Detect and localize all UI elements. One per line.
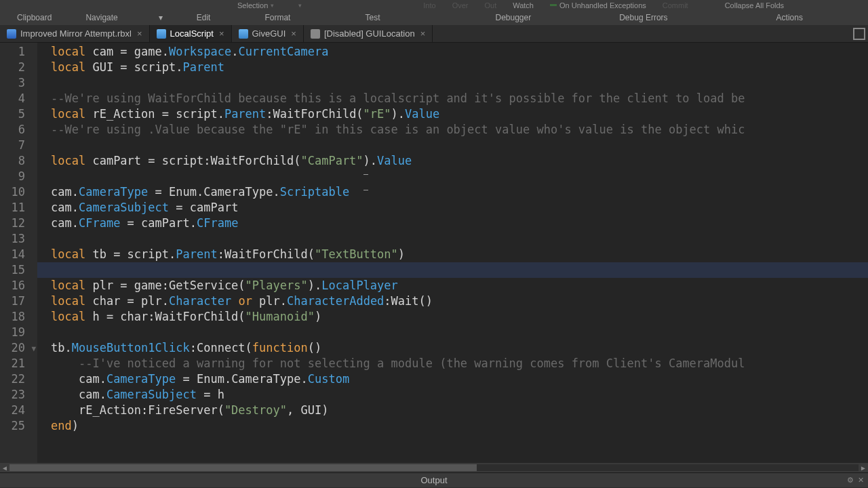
line-number: 9	[0, 169, 37, 184]
line-number: 10	[0, 184, 37, 200]
line-number: 23	[0, 387, 37, 403]
code-line[interactable]	[37, 231, 868, 247]
step-out-button[interactable]: Out	[476, 0, 505, 10]
watch-button[interactable]: Watch	[505, 0, 542, 10]
line-number: 21	[0, 356, 37, 371]
scroll-right-icon[interactable]: ►	[859, 464, 868, 472]
line-number: 18	[0, 309, 37, 325]
close-icon[interactable]: ×	[420, 28, 426, 39]
code-line[interactable]: tb.MouseButton1Click:Connect(function()	[37, 340, 868, 356]
file-icon	[7, 29, 16, 39]
code-line[interactable]: local cam = game.Workspace.CurrentCamera	[37, 44, 868, 60]
close-icon[interactable]: ×	[291, 28, 296, 39]
step-over-button[interactable]: Over	[444, 0, 477, 10]
line-number: 25	[0, 418, 37, 434]
code-line[interactable]: --We're using WaitForChild because this …	[37, 91, 868, 106]
actions-group[interactable]: Actions	[760, 10, 820, 25]
code-editor[interactable]: 1234567891011121314151617181920▼21222324…	[0, 43, 868, 463]
scroll-left-icon[interactable]: ◄	[0, 464, 9, 472]
code-line[interactable]: cam.CameraType = Enum.CameraType.Custom	[37, 371, 868, 387]
code-line[interactable]: local tb = script.Parent:WaitForChild("T…	[37, 247, 868, 262]
horizontal-scrollbar[interactable]: ◄ ►	[0, 463, 868, 472]
debug-errors-group[interactable]: Debug Errors	[602, 10, 684, 25]
code-line[interactable]	[37, 75, 868, 91]
output-panel-header[interactable]: Output ⚙ ✕	[0, 472, 868, 487]
debugger-group[interactable]: Debugger	[478, 10, 548, 25]
line-number: 2	[0, 60, 37, 75]
code-line[interactable]: --I've noticed a warning for not selecti…	[37, 356, 868, 371]
line-number: 3	[0, 75, 37, 91]
line-number: 22	[0, 371, 37, 387]
output-label: Output	[420, 475, 447, 485]
layout-toggle-icon[interactable]	[853, 28, 865, 40]
line-number: 4	[0, 91, 37, 106]
step-into-button[interactable]: Into	[415, 0, 443, 10]
line-number: 5	[0, 106, 37, 122]
line-number: 19	[0, 325, 37, 340]
code-line[interactable]: local rE_Action = script.Parent:WaitForC…	[37, 106, 868, 122]
script-icon	[157, 29, 166, 39]
code-area[interactable]: local cam = game.Workspace.CurrentCamera…	[37, 43, 868, 463]
selection-menu[interactable]: Selection▾	[229, 0, 282, 10]
code-line[interactable]: cam.CameraSubject = camPart	[37, 200, 868, 216]
code-line[interactable]: cam.CameraType = Enum.CameraType.Scripta…	[37, 184, 868, 200]
commit-button[interactable]: Commit	[654, 0, 696, 10]
code-line[interactable]: local char = plr.Character or plr.Charac…	[37, 293, 868, 309]
collapse-folds-button[interactable]: Collapse All Folds	[717, 0, 792, 10]
ribbon-row-1: Selection▾ ▾ Into Over Out Watch On Unha…	[0, 0, 868, 10]
clipboard-group[interactable]: Clipboard	[0, 10, 68, 25]
line-number: 8	[0, 153, 37, 169]
close-icon[interactable]: ×	[137, 28, 142, 39]
ribbon-row-2: Clipboard Navigate ▾ Edit Format Test De…	[0, 10, 868, 25]
gui-icon	[311, 29, 320, 39]
code-line[interactable]: --We're using .Value because the "rE" in…	[37, 122, 868, 138]
code-line[interactable]: cam.CameraSubject = h	[37, 387, 868, 403]
output-settings-icon[interactable]: ⚙	[847, 476, 854, 485]
document-tab-bar: Improved Mirror Attempt.rbxl×LocalScript…	[0, 25, 868, 43]
tab-label: GiveGUI	[252, 28, 286, 39]
document-tab[interactable]: Improved Mirror Attempt.rbxl×	[0, 25, 150, 42]
edit-group[interactable]: Edit	[180, 10, 228, 25]
close-icon[interactable]: ×	[219, 28, 224, 39]
line-number: 6	[0, 122, 37, 138]
code-line[interactable]	[37, 169, 868, 184]
line-number: 11	[0, 200, 37, 216]
code-line[interactable]: local camPart = script:WaitForChild("Cam…	[37, 153, 868, 169]
code-line[interactable]: end)	[37, 418, 868, 434]
line-number: 14	[0, 247, 37, 262]
code-line[interactable]	[37, 325, 868, 340]
document-tab[interactable]: [Disabled] GUILocation×	[304, 25, 433, 42]
code-line[interactable]: rE_Action:FireServer("Destroy", GUI)	[37, 403, 868, 418]
navigate-group[interactable]: Navigate	[68, 10, 134, 25]
document-tab[interactable]: LocalScript×	[150, 25, 232, 42]
line-number: 17	[0, 293, 37, 309]
fold-icon[interactable]: ▼	[31, 344, 36, 353]
dropdown-toggle[interactable]: ▾	[288, 0, 310, 10]
chevron-down-icon: ▾	[271, 2, 274, 9]
chevron-down-icon: ▾	[298, 2, 302, 9]
code-line[interactable]	[37, 262, 868, 278]
test-group[interactable]: Test	[348, 10, 397, 25]
format-group[interactable]: Format	[248, 10, 307, 25]
script-icon	[239, 29, 248, 39]
code-line[interactable]	[37, 138, 868, 153]
line-number: 7	[0, 138, 37, 153]
line-gutter: 1234567891011121314151617181920▼21222324…	[0, 43, 37, 463]
exception-toggle[interactable]: On Unhandled Exceptions	[542, 0, 654, 10]
line-number: 15	[0, 262, 37, 278]
tab-label: [Disabled] GUILocation	[324, 28, 415, 39]
line-number: 1	[0, 44, 37, 60]
scroll-thumb[interactable]	[9, 464, 477, 471]
code-line[interactable]: local GUI = script.Parent	[37, 60, 868, 75]
scroll-track[interactable]	[9, 464, 859, 471]
code-line[interactable]: local plr = game:GetService("Players").L…	[37, 278, 868, 293]
code-line[interactable]: local h = char:WaitForChild("Humanoid")	[37, 309, 868, 325]
code-line[interactable]: cam.CFrame = camPart.CFrame	[37, 216, 868, 231]
tab-label: Improved Mirror Attempt.rbxl	[20, 28, 132, 39]
chevron-down-icon[interactable]: ▾	[159, 13, 163, 22]
tab-label: LocalScript	[170, 28, 214, 39]
text-cursor-icon	[366, 177, 366, 188]
line-number: 13	[0, 231, 37, 247]
document-tab[interactable]: GiveGUI×	[232, 25, 304, 42]
output-close-icon[interactable]: ✕	[858, 476, 864, 485]
